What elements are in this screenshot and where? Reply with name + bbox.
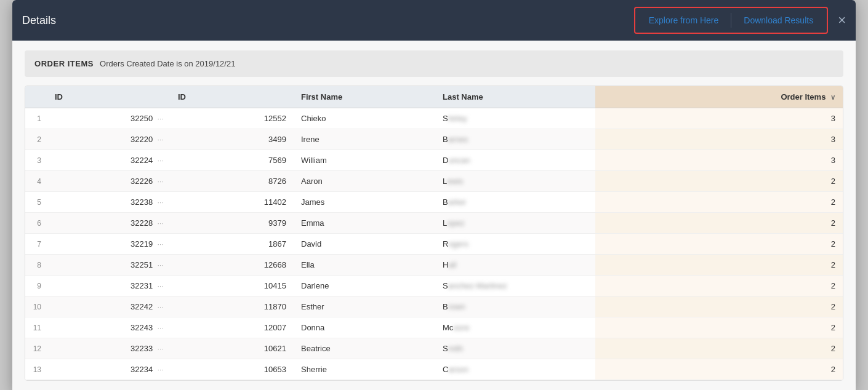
- cell-user-id: 10653: [171, 359, 294, 380]
- order-id-ellipsis[interactable]: ···: [158, 178, 163, 185]
- cell-user-id: 10621: [171, 338, 294, 359]
- cell-order-id: 32231 ···: [47, 276, 171, 296]
- modal-body: ORDER ITEMS Orders Created Date is on 20…: [12, 41, 856, 390]
- filter-description: Orders Created Date is on 2019/12/21: [100, 59, 235, 68]
- table-row: 132250 ···12552ChiekoShirley3: [25, 108, 843, 129]
- cell-order-id: 32224 ···: [47, 150, 171, 171]
- modal-container: Details Explore from Here Download Resul…: [12, 0, 856, 390]
- order-id-ellipsis[interactable]: ···: [158, 136, 163, 143]
- order-id-ellipsis[interactable]: ···: [158, 366, 163, 373]
- table-row: 632228 ···9379EmmaLopez2: [25, 213, 843, 234]
- cell-order-items: 2: [595, 276, 843, 296]
- lastname-blurred: rown: [448, 302, 465, 311]
- table-row: 932231 ···10415DarleneSanchez-Martinez2: [25, 276, 843, 296]
- header-actions-group: Explore from Here Download Results: [634, 7, 828, 34]
- cell-order-items: 2: [595, 296, 843, 317]
- cell-order-items: 2: [595, 255, 843, 276]
- lastname-blurred: mith: [448, 344, 464, 353]
- order-id-ellipsis[interactable]: ···: [158, 303, 163, 311]
- order-id-ellipsis[interactable]: ···: [158, 261, 163, 269]
- cell-firstname: Chieko: [294, 108, 435, 129]
- col-header-rownum: [25, 86, 47, 108]
- col-header-orderitems[interactable]: Order Items ∨: [595, 86, 843, 108]
- cell-order-items: 3: [595, 108, 843, 129]
- table-body: 132250 ···12552ChiekoShirley3232220 ···3…: [25, 108, 843, 380]
- col-header-order-id[interactable]: ID: [47, 86, 171, 108]
- cell-order-items: 2: [595, 338, 843, 359]
- lastname-blurred: all: [448, 260, 456, 269]
- lastname-blurred: arnes: [448, 135, 468, 144]
- cell-user-id: 12668: [171, 255, 294, 276]
- cell-order-id: 32234 ···: [47, 359, 171, 380]
- table-row: 1132243 ···12007DonnaMcoore2: [25, 317, 843, 338]
- order-id-ellipsis[interactable]: ···: [158, 241, 163, 248]
- cell-lastname: Duncan: [435, 150, 595, 171]
- order-id-ellipsis[interactable]: ···: [158, 220, 163, 227]
- cell-lastname: Mcoore: [435, 317, 595, 338]
- cell-rownum: 8: [25, 255, 47, 276]
- cell-lastname: Sanchez-Martinez: [435, 276, 595, 296]
- cell-user-id: 9379: [171, 213, 294, 234]
- table-row: 732219 ···1867DavidRogers2: [25, 234, 843, 255]
- cell-order-items: 3: [595, 150, 843, 171]
- table-row: 1232233 ···10621BeatriceSmith2: [25, 338, 843, 359]
- lastname-blurred: ogers: [448, 239, 468, 249]
- filter-bar: ORDER ITEMS Orders Created Date is on 20…: [25, 50, 843, 77]
- table-row: 1032242 ···11870EstherBrown2: [25, 296, 843, 317]
- cell-order-id: 32228 ···: [47, 213, 171, 234]
- data-table: ID ID First Name Last Name Order Items ∨…: [25, 86, 843, 380]
- cell-order-items: 2: [595, 359, 843, 380]
- order-id-ellipsis[interactable]: ···: [158, 282, 163, 290]
- lastname-blurred: anchez-Martinez: [448, 281, 507, 290]
- button-divider: [731, 13, 731, 28]
- download-results-button[interactable]: Download Results: [733, 10, 824, 30]
- cell-lastname: Hall: [435, 255, 595, 276]
- cell-rownum: 13: [25, 359, 47, 380]
- cell-order-items: 2: [595, 213, 843, 234]
- cell-rownum: 5: [25, 192, 47, 213]
- modal-title: Details: [22, 14, 56, 27]
- cell-order-id: 32238 ···: [47, 192, 171, 213]
- cell-user-id: 3499: [171, 129, 294, 150]
- cell-firstname: Sherrie: [294, 359, 435, 380]
- lastname-blurred: hirley: [448, 114, 467, 123]
- cell-firstname: James: [294, 192, 435, 213]
- lastname-blurred: arson: [448, 365, 468, 374]
- cell-order-id: 32226 ···: [47, 171, 171, 192]
- cell-firstname: William: [294, 150, 435, 171]
- order-id-ellipsis[interactable]: ···: [158, 345, 163, 352]
- cell-user-id: 11870: [171, 296, 294, 317]
- table-row: 432226 ···8726AaronLewis2: [25, 171, 843, 192]
- col-header-user-id[interactable]: ID: [171, 86, 294, 108]
- order-id-ellipsis[interactable]: ···: [158, 324, 163, 332]
- modal-header: Details Explore from Here Download Resul…: [12, 0, 856, 41]
- order-id-ellipsis[interactable]: ···: [158, 115, 163, 122]
- explore-from-here-button[interactable]: Explore from Here: [638, 10, 730, 30]
- cell-user-id: 1867: [171, 234, 294, 255]
- cell-rownum: 6: [25, 213, 47, 234]
- cell-firstname: Irene: [294, 129, 435, 150]
- data-table-container: ID ID First Name Last Name Order Items ∨…: [25, 86, 843, 381]
- cell-rownum: 2: [25, 129, 47, 150]
- col-header-lastname[interactable]: Last Name: [435, 86, 595, 108]
- table-row: 332224 ···7569WilliamDuncan3: [25, 150, 843, 171]
- order-id-ellipsis[interactable]: ···: [158, 157, 163, 164]
- cell-order-id: 32242 ···: [47, 296, 171, 317]
- table-row: 532238 ···11402JamesBarker2: [25, 192, 843, 213]
- cell-order-id: 32220 ···: [47, 129, 171, 150]
- cell-order-id: 32233 ···: [47, 338, 171, 359]
- col-header-firstname[interactable]: First Name: [294, 86, 435, 108]
- table-row: 232220 ···3499IreneBarnes3: [25, 129, 843, 150]
- cell-user-id: 7569: [171, 150, 294, 171]
- lastname-blurred: opez: [447, 218, 464, 228]
- cell-order-items: 2: [595, 317, 843, 338]
- cell-order-id: 32250 ···: [47, 108, 171, 129]
- cell-lastname: Lewis: [435, 171, 595, 192]
- sort-desc-icon: ∨: [830, 94, 835, 101]
- cell-user-id: 12552: [171, 108, 294, 129]
- order-id-ellipsis[interactable]: ···: [158, 199, 163, 206]
- cell-firstname: Beatrice: [294, 338, 435, 359]
- cell-firstname: Donna: [294, 317, 435, 338]
- cell-user-id: 10415: [171, 276, 294, 296]
- close-button[interactable]: ×: [838, 14, 846, 27]
